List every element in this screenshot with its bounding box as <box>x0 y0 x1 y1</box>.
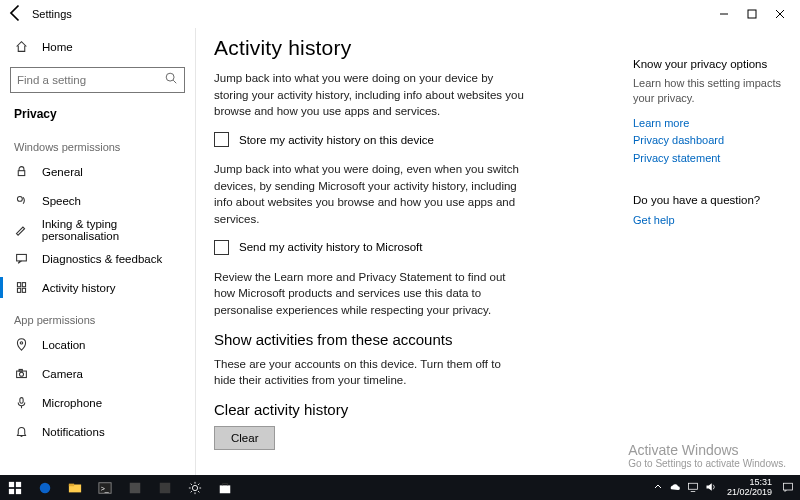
pen-icon <box>14 223 28 236</box>
camera-icon <box>14 367 28 380</box>
sidebar-item-label: Notifications <box>42 426 105 438</box>
taskbar-store[interactable] <box>210 475 240 500</box>
sidebar-item-activity-history[interactable]: Activity history <box>0 273 195 302</box>
section-header-app-permissions: App permissions <box>0 302 195 330</box>
start-button[interactable] <box>0 475 30 500</box>
search-input-wrap[interactable] <box>10 67 185 93</box>
sidebar-item-label: Diagnostics & feedback <box>42 253 162 265</box>
clear-button[interactable]: Clear <box>214 426 275 450</box>
sidebar-item-speech[interactable]: Speech <box>0 186 195 215</box>
system-tray[interactable]: 15:31 21/02/2019 <box>653 478 800 497</box>
back-button[interactable] <box>6 3 26 26</box>
activation-watermark: Activate Windows Go to Settings to activ… <box>628 442 786 469</box>
tray-chevron-icon[interactable] <box>653 482 663 494</box>
svg-point-4 <box>166 73 174 81</box>
svg-rect-21 <box>16 481 21 486</box>
microphone-icon <box>14 396 28 409</box>
sidebar-item-microphone[interactable]: Microphone <box>0 388 195 417</box>
sidebar-item-inking[interactable]: Inking & typing personalisation <box>0 215 195 244</box>
bell-icon <box>14 425 28 438</box>
sidebar-item-label: Camera <box>42 368 83 380</box>
svg-rect-32 <box>220 485 231 493</box>
desc-2: Jump back into what you were doing, even… <box>214 161 524 228</box>
svg-rect-16 <box>19 369 22 371</box>
sidebar: Home Privacy Windows permissions General… <box>0 28 195 475</box>
maximize-button[interactable] <box>738 0 766 28</box>
home-nav[interactable]: Home <box>0 32 195 61</box>
svg-rect-11 <box>17 288 20 292</box>
svg-rect-30 <box>160 482 171 493</box>
info-heading-privacy: Know your privacy options <box>633 58 788 70</box>
tray-volume-icon[interactable] <box>705 481 717 495</box>
svg-rect-33 <box>688 483 697 489</box>
tray-network-icon[interactable] <box>687 481 699 495</box>
sidebar-item-label: General <box>42 166 83 178</box>
sidebar-item-label: Inking & typing personalisation <box>42 218 195 242</box>
location-icon <box>14 338 28 351</box>
info-desc-privacy: Learn how this setting impacts your priv… <box>633 76 788 107</box>
checkbox-store-history-label: Store my activity history on this device <box>239 134 434 146</box>
info-panel: Know your privacy options Learn how this… <box>625 28 800 475</box>
taskbar-edge[interactable] <box>30 475 60 500</box>
checkbox-send-history-label: Send my activity history to Microsoft <box>239 241 422 253</box>
checkbox-send-history[interactable] <box>214 240 229 255</box>
svg-rect-10 <box>22 283 25 287</box>
sidebar-item-location[interactable]: Location <box>0 330 195 359</box>
section-header-windows-permissions: Windows permissions <box>0 129 195 157</box>
checkbox-store-history[interactable] <box>214 132 229 147</box>
window-title: Settings <box>32 8 72 20</box>
taskbar-explorer[interactable] <box>60 475 90 500</box>
sidebar-item-camera[interactable]: Camera <box>0 359 195 388</box>
link-privacy-statement[interactable]: Privacy statement <box>633 150 788 168</box>
search-input[interactable] <box>17 74 164 86</box>
taskbar-settings[interactable] <box>180 475 210 500</box>
svg-point-15 <box>19 372 23 376</box>
svg-rect-20 <box>9 481 14 486</box>
svg-rect-35 <box>784 483 793 490</box>
lock-icon <box>14 165 28 178</box>
sidebar-item-diagnostics[interactable]: Diagnostics & feedback <box>0 244 195 273</box>
close-button[interactable] <box>766 0 794 28</box>
minimize-button[interactable] <box>710 0 738 28</box>
tray-onedrive-icon[interactable] <box>669 481 681 495</box>
taskbar-app2[interactable] <box>150 475 180 500</box>
sidebar-item-label: Location <box>42 339 85 351</box>
page-title: Activity history <box>214 36 615 60</box>
link-get-help[interactable]: Get help <box>633 212 788 230</box>
taskbar-terminal[interactable]: >_ <box>90 475 120 500</box>
svg-rect-8 <box>16 254 26 261</box>
desc-4: These are your accounts on this device. … <box>214 356 524 389</box>
clock-date: 21/02/2019 <box>727 488 772 497</box>
speech-icon <box>14 194 28 207</box>
search-icon <box>164 71 178 89</box>
titlebar: Settings <box>0 0 800 28</box>
tray-notifications-icon[interactable] <box>782 481 794 495</box>
sidebar-item-general[interactable]: General <box>0 157 195 186</box>
svg-rect-17 <box>19 398 22 404</box>
sidebar-item-label: Speech <box>42 195 81 207</box>
svg-rect-6 <box>18 171 25 176</box>
taskbar-app1[interactable] <box>120 475 150 500</box>
svg-point-31 <box>192 485 197 490</box>
svg-text:>_: >_ <box>101 484 109 492</box>
watermark-line1: Activate Windows <box>628 442 786 458</box>
svg-rect-12 <box>22 288 25 292</box>
content-pane: Activity history Jump back into what you… <box>195 28 625 475</box>
svg-point-24 <box>40 482 51 493</box>
link-privacy-dashboard[interactable]: Privacy dashboard <box>633 132 788 150</box>
svg-point-13 <box>20 342 22 344</box>
svg-rect-23 <box>16 488 21 493</box>
svg-rect-1 <box>748 10 756 18</box>
desc-3: Review the Learn more and Privacy Statem… <box>214 269 524 319</box>
info-heading-question: Do you have a question? <box>633 194 788 206</box>
link-learn-more[interactable]: Learn more <box>633 115 788 133</box>
home-icon <box>14 40 28 53</box>
sidebar-item-label: Microphone <box>42 397 102 409</box>
subheading-clear: Clear activity history <box>214 401 615 418</box>
subheading-accounts: Show activities from these accounts <box>214 331 615 348</box>
taskbar-clock[interactable]: 15:31 21/02/2019 <box>723 478 776 497</box>
desc-1: Jump back into what you were doing on yo… <box>214 70 524 120</box>
sidebar-item-label: Activity history <box>42 282 116 294</box>
sidebar-item-notifications[interactable]: Notifications <box>0 417 195 446</box>
svg-rect-22 <box>9 488 14 493</box>
